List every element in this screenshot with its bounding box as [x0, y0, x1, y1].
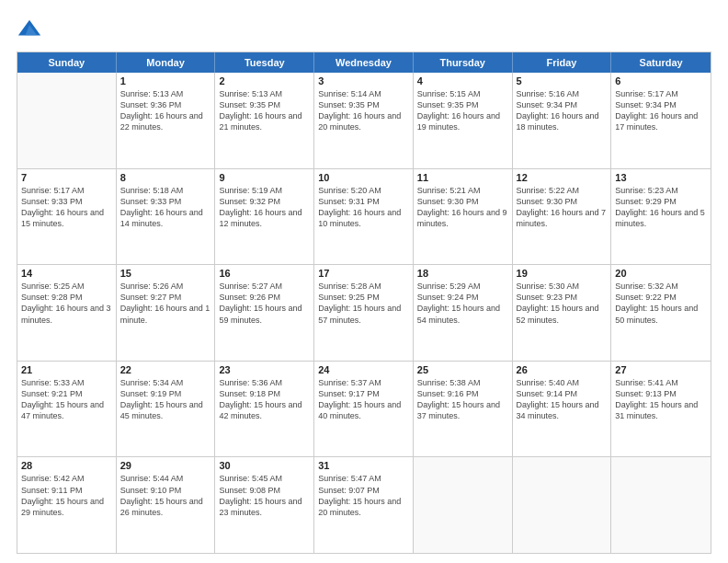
- day-number: 23: [219, 364, 310, 375]
- logo: [17, 17, 46, 42]
- day-cell-23: 23Sunrise: 5:36 AM Sunset: 9:18 PM Dayli…: [215, 362, 314, 457]
- calendar: SundayMondayTuesdayWednesdayThursdayFrid…: [17, 52, 711, 554]
- day-number: 15: [120, 268, 211, 279]
- weekday-header-saturday: Saturday: [611, 52, 711, 73]
- day-cell-2: 2Sunrise: 5:13 AM Sunset: 9:35 PM Daylig…: [215, 73, 314, 168]
- day-number: 20: [615, 268, 707, 279]
- day-number: 4: [417, 75, 508, 86]
- day-cell-31: 31Sunrise: 5:47 AM Sunset: 9:07 PM Dayli…: [314, 457, 414, 553]
- sun-info: Sunrise: 5:27 AM Sunset: 9:26 PM Dayligh…: [219, 281, 310, 326]
- day-number: 21: [21, 364, 112, 375]
- day-cell-16: 16Sunrise: 5:27 AM Sunset: 9:26 PM Dayli…: [215, 265, 314, 361]
- sun-info: Sunrise: 5:45 AM Sunset: 9:08 PM Dayligh…: [219, 473, 310, 518]
- sun-info: Sunrise: 5:26 AM Sunset: 9:27 PM Dayligh…: [120, 281, 211, 326]
- sun-info: Sunrise: 5:22 AM Sunset: 9:30 PM Dayligh…: [517, 185, 608, 230]
- day-cell-7: 7Sunrise: 5:17 AM Sunset: 9:33 PM Daylig…: [17, 169, 117, 265]
- day-cell-15: 15Sunrise: 5:26 AM Sunset: 9:27 PM Dayli…: [117, 265, 216, 361]
- sun-info: Sunrise: 5:38 AM Sunset: 9:16 PM Dayligh…: [417, 377, 508, 422]
- day-cell-12: 12Sunrise: 5:22 AM Sunset: 9:30 PM Dayli…: [513, 169, 612, 265]
- sun-info: Sunrise: 5:19 AM Sunset: 9:32 PM Dayligh…: [219, 185, 310, 230]
- weekday-header-thursday: Thursday: [414, 52, 513, 73]
- day-number: 12: [517, 172, 608, 183]
- sun-info: Sunrise: 5:17 AM Sunset: 9:34 PM Dayligh…: [615, 88, 707, 133]
- day-cell-8: 8Sunrise: 5:18 AM Sunset: 9:33 PM Daylig…: [117, 169, 216, 265]
- sun-info: Sunrise: 5:44 AM Sunset: 9:10 PM Dayligh…: [120, 473, 211, 518]
- day-cell-10: 10Sunrise: 5:20 AM Sunset: 9:31 PM Dayli…: [314, 169, 414, 265]
- sun-info: Sunrise: 5:40 AM Sunset: 9:14 PM Dayligh…: [517, 377, 608, 422]
- sun-info: Sunrise: 5:13 AM Sunset: 9:35 PM Dayligh…: [219, 88, 310, 133]
- day-cell-25: 25Sunrise: 5:38 AM Sunset: 9:16 PM Dayli…: [414, 362, 513, 457]
- empty-cell: [513, 457, 612, 553]
- sun-info: Sunrise: 5:41 AM Sunset: 9:13 PM Dayligh…: [615, 377, 707, 422]
- day-number: 22: [120, 364, 211, 375]
- sun-info: Sunrise: 5:21 AM Sunset: 9:30 PM Dayligh…: [417, 185, 508, 230]
- day-cell-26: 26Sunrise: 5:40 AM Sunset: 9:14 PM Dayli…: [513, 362, 612, 457]
- sun-info: Sunrise: 5:29 AM Sunset: 9:24 PM Dayligh…: [417, 281, 508, 326]
- day-number: 5: [517, 75, 608, 86]
- logo-icon: [17, 17, 42, 42]
- day-number: 26: [517, 364, 608, 375]
- day-cell-18: 18Sunrise: 5:29 AM Sunset: 9:24 PM Dayli…: [414, 265, 513, 361]
- day-cell-3: 3Sunrise: 5:14 AM Sunset: 9:35 PM Daylig…: [314, 73, 414, 168]
- day-cell-4: 4Sunrise: 5:15 AM Sunset: 9:35 PM Daylig…: [414, 73, 513, 168]
- day-number: 27: [615, 364, 707, 375]
- day-number: 10: [318, 172, 409, 183]
- sun-info: Sunrise: 5:37 AM Sunset: 9:17 PM Dayligh…: [318, 377, 409, 422]
- page: SundayMondayTuesdayWednesdayThursdayFrid…: [0, 0, 728, 563]
- day-cell-28: 28Sunrise: 5:42 AM Sunset: 9:11 PM Dayli…: [17, 457, 117, 553]
- day-number: 29: [120, 460, 211, 471]
- day-cell-17: 17Sunrise: 5:28 AM Sunset: 9:25 PM Dayli…: [314, 265, 414, 361]
- sun-info: Sunrise: 5:25 AM Sunset: 9:28 PM Dayligh…: [21, 281, 112, 326]
- day-number: 2: [219, 75, 310, 86]
- sun-info: Sunrise: 5:17 AM Sunset: 9:33 PM Dayligh…: [21, 185, 112, 230]
- day-number: 1: [120, 75, 211, 86]
- sun-info: Sunrise: 5:36 AM Sunset: 9:18 PM Dayligh…: [219, 377, 310, 422]
- sun-info: Sunrise: 5:20 AM Sunset: 9:31 PM Dayligh…: [318, 185, 409, 230]
- sun-info: Sunrise: 5:18 AM Sunset: 9:33 PM Dayligh…: [120, 185, 211, 230]
- sun-info: Sunrise: 5:14 AM Sunset: 9:35 PM Dayligh…: [318, 88, 409, 133]
- sun-info: Sunrise: 5:47 AM Sunset: 9:07 PM Dayligh…: [318, 473, 409, 518]
- day-cell-19: 19Sunrise: 5:30 AM Sunset: 9:23 PM Dayli…: [513, 265, 612, 361]
- day-number: 11: [417, 172, 508, 183]
- day-cell-21: 21Sunrise: 5:33 AM Sunset: 9:21 PM Dayli…: [17, 362, 117, 457]
- day-cell-9: 9Sunrise: 5:19 AM Sunset: 9:32 PM Daylig…: [215, 169, 314, 265]
- calendar-row-3: 14Sunrise: 5:25 AM Sunset: 9:28 PM Dayli…: [17, 265, 711, 362]
- sun-info: Sunrise: 5:33 AM Sunset: 9:21 PM Dayligh…: [21, 377, 112, 422]
- weekday-header-monday: Monday: [117, 52, 216, 73]
- sun-info: Sunrise: 5:16 AM Sunset: 9:34 PM Dayligh…: [517, 88, 608, 133]
- day-number: 24: [318, 364, 409, 375]
- day-cell-30: 30Sunrise: 5:45 AM Sunset: 9:08 PM Dayli…: [215, 457, 314, 553]
- day-cell-6: 6Sunrise: 5:17 AM Sunset: 9:34 PM Daylig…: [611, 73, 711, 168]
- day-cell-29: 29Sunrise: 5:44 AM Sunset: 9:10 PM Dayli…: [117, 457, 216, 553]
- day-number: 30: [219, 460, 310, 471]
- day-number: 13: [615, 172, 707, 183]
- calendar-body: 1Sunrise: 5:13 AM Sunset: 9:36 PM Daylig…: [17, 73, 711, 553]
- day-cell-14: 14Sunrise: 5:25 AM Sunset: 9:28 PM Dayli…: [17, 265, 117, 361]
- weekday-header-friday: Friday: [513, 52, 612, 73]
- calendar-row-1: 1Sunrise: 5:13 AM Sunset: 9:36 PM Daylig…: [17, 73, 711, 169]
- day-number: 28: [21, 460, 112, 471]
- sun-info: Sunrise: 5:13 AM Sunset: 9:36 PM Dayligh…: [120, 88, 211, 133]
- sun-info: Sunrise: 5:23 AM Sunset: 9:29 PM Dayligh…: [615, 185, 707, 230]
- day-number: 17: [318, 268, 409, 279]
- day-number: 8: [120, 172, 211, 183]
- empty-cell: [611, 457, 711, 553]
- calendar-header: SundayMondayTuesdayWednesdayThursdayFrid…: [17, 52, 711, 73]
- day-cell-20: 20Sunrise: 5:32 AM Sunset: 9:22 PM Dayli…: [611, 265, 711, 361]
- sun-info: Sunrise: 5:34 AM Sunset: 9:19 PM Dayligh…: [120, 377, 211, 422]
- day-number: 6: [615, 75, 707, 86]
- weekday-header-sunday: Sunday: [17, 52, 117, 73]
- sun-info: Sunrise: 5:42 AM Sunset: 9:11 PM Dayligh…: [21, 473, 112, 518]
- empty-cell: [414, 457, 513, 553]
- calendar-row-5: 28Sunrise: 5:42 AM Sunset: 9:11 PM Dayli…: [17, 457, 711, 553]
- header: [17, 17, 711, 42]
- sun-info: Sunrise: 5:28 AM Sunset: 9:25 PM Dayligh…: [318, 281, 409, 326]
- day-cell-1: 1Sunrise: 5:13 AM Sunset: 9:36 PM Daylig…: [117, 73, 216, 168]
- day-number: 25: [417, 364, 508, 375]
- sun-info: Sunrise: 5:30 AM Sunset: 9:23 PM Dayligh…: [517, 281, 608, 326]
- calendar-row-2: 7Sunrise: 5:17 AM Sunset: 9:33 PM Daylig…: [17, 169, 711, 266]
- weekday-header-wednesday: Wednesday: [314, 52, 414, 73]
- day-number: 31: [318, 460, 409, 471]
- sun-info: Sunrise: 5:15 AM Sunset: 9:35 PM Dayligh…: [417, 88, 508, 133]
- day-number: 19: [517, 268, 608, 279]
